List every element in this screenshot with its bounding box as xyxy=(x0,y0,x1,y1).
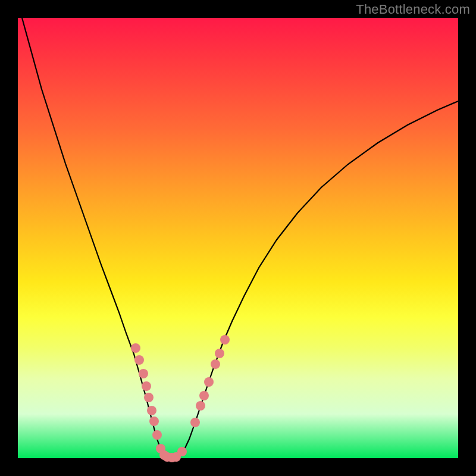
curve-marker xyxy=(144,393,154,402)
curve-marker xyxy=(211,359,220,369)
curve-marker xyxy=(196,401,205,411)
curve-marker xyxy=(199,391,209,400)
curve-marker xyxy=(152,430,162,440)
curve-marker xyxy=(215,349,224,358)
curve-marker xyxy=(177,447,187,456)
curve-marker xyxy=(131,343,140,353)
curve-markers xyxy=(131,335,230,462)
chart-overlay xyxy=(18,18,458,458)
curve-marker xyxy=(134,355,144,365)
watermark-text: TheBottleneck.com xyxy=(356,2,470,17)
curve-marker xyxy=(220,335,230,345)
curve-marker xyxy=(149,416,159,426)
curve-marker xyxy=(142,381,151,391)
curve-marker xyxy=(139,369,148,378)
curve-marker xyxy=(204,377,214,387)
curve-marker xyxy=(190,418,200,427)
chart-frame: TheBottleneck.com xyxy=(0,0,476,476)
curve-marker xyxy=(147,406,156,415)
bottleneck-curve xyxy=(22,18,458,458)
